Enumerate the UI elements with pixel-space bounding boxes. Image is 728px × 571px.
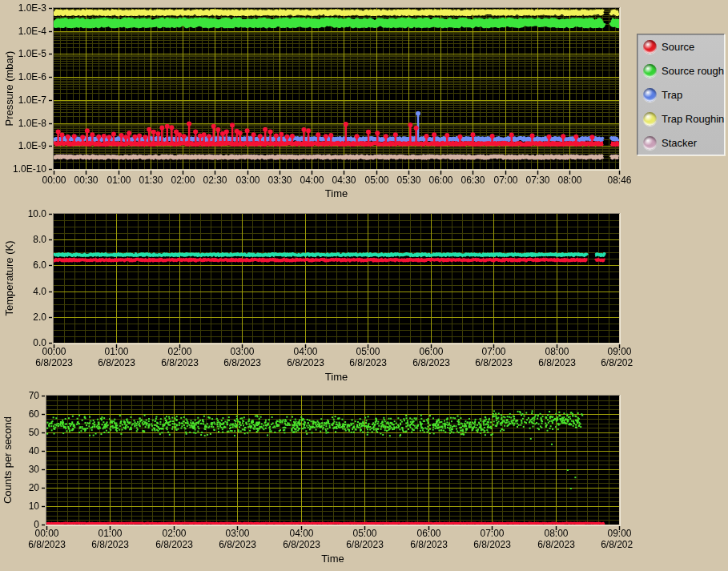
- legend-label: Trap: [662, 89, 682, 101]
- legend-item-source-roughing[interactable]: Source roughing: [638, 58, 724, 82]
- monitoring-dashboard: Source Source roughing Trap Trap Roughin…: [0, 0, 728, 571]
- legend-label: Source: [662, 41, 694, 53]
- pressure-chart: [0, 0, 633, 204]
- source-led-icon: [643, 40, 657, 54]
- legend-item-source[interactable]: Source: [638, 34, 724, 58]
- trap-roughing-led-icon: [643, 112, 657, 126]
- legend-item-trap-roughing[interactable]: Trap Roughing: [638, 107, 724, 131]
- legend-item-stacker[interactable]: Stacker: [638, 131, 724, 155]
- legend-label: Source roughing: [662, 65, 725, 77]
- temperature-chart: [0, 204, 633, 388]
- source-roughing-led-icon: [643, 64, 657, 78]
- legend-label: Stacker: [662, 137, 697, 149]
- pressure-legend: Source Source roughing Trap Trap Roughin…: [637, 34, 725, 155]
- trap-led-icon: [643, 88, 657, 102]
- legend-item-trap[interactable]: Trap: [638, 82, 724, 107]
- legend-label: Trap Roughing: [662, 113, 725, 125]
- stacker-led-icon: [643, 136, 657, 150]
- counts-chart: [0, 388, 633, 571]
